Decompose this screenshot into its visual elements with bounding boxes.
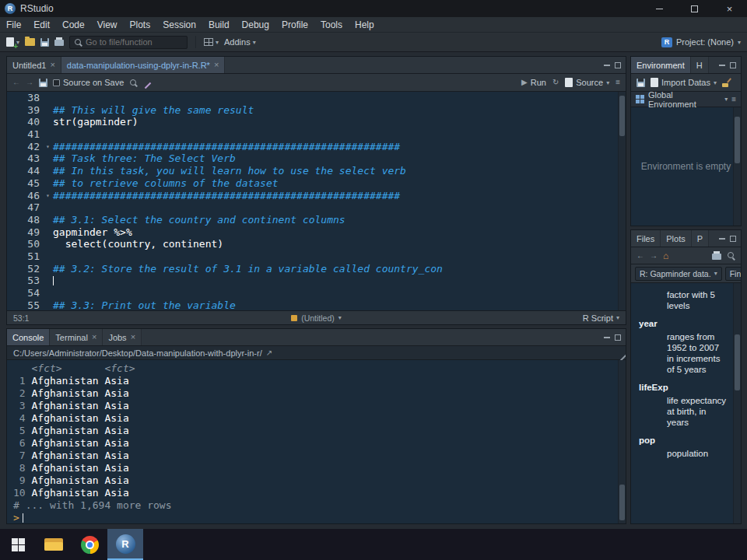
- pane-minimize-icon[interactable]: [719, 65, 725, 66]
- back-icon[interactable]: ←: [12, 79, 20, 86]
- print-icon[interactable]: [712, 254, 721, 260]
- clear-workspace-icon[interactable]: [722, 78, 731, 87]
- pane-minimize-icon[interactable]: [604, 65, 610, 66]
- environment-scope-bar[interactable]: Global Environment ▾ ≡: [631, 92, 741, 107]
- goto-file-box[interactable]: [69, 36, 188, 49]
- rerun-icon[interactable]: ↻: [552, 79, 559, 86]
- code-tools-icon[interactable]: [143, 79, 152, 87]
- save-icon[interactable]: [39, 79, 47, 87]
- back-icon[interactable]: ←: [637, 252, 644, 260]
- code-line[interactable]: 38 ▾: [7, 92, 626, 104]
- tab-close-icon[interactable]: ×: [131, 333, 135, 341]
- run-button[interactable]: ▶ Run: [521, 78, 546, 87]
- help-topic-select[interactable]: R: Gapminder data. ▾: [635, 267, 722, 281]
- addins-button[interactable]: Addins ▾: [224, 37, 256, 47]
- pane-maximize-icon[interactable]: [730, 62, 736, 68]
- filetype-selector[interactable]: R Script ▾: [583, 313, 619, 323]
- code-line[interactable]: 42 ▾ ###################################…: [7, 141, 626, 153]
- search-icon[interactable]: [727, 251, 735, 260]
- save-button[interactable]: [40, 38, 49, 47]
- menu-item[interactable]: Edit: [27, 17, 56, 32]
- forward-icon[interactable]: →: [650, 252, 658, 260]
- console-output[interactable]: <fct> <fct> 1 Afghanistan Asia 2 Afghani…: [7, 360, 626, 523]
- home-icon[interactable]: ⌂: [663, 250, 668, 261]
- code-line[interactable]: 44 ▾ ## In this task, you will learn how…: [7, 165, 626, 177]
- code-editor[interactable]: 38 ▾ 39 ▾ ## This will give the same res…: [7, 92, 626, 310]
- menu-item[interactable]: Build: [202, 17, 236, 32]
- code-line[interactable]: 48 ▾ ## 3.1: Select the country and cont…: [7, 214, 626, 226]
- code-line[interactable]: 51 ▾: [7, 250, 626, 263]
- environment-scrollbar[interactable]: [733, 107, 741, 226]
- code-line[interactable]: 41 ▾: [7, 128, 626, 141]
- fold-icon[interactable]: ▾: [43, 190, 53, 202]
- code-line[interactable]: 55 ▾ ## 3.3: Print out the variable: [7, 299, 626, 310]
- fold-icon[interactable]: ▾: [43, 141, 53, 153]
- files-tab[interactable]: P: [692, 230, 709, 247]
- console-tab[interactable]: Jobs ×: [103, 329, 142, 345]
- close-button[interactable]: ×: [712, 0, 747, 17]
- code-line[interactable]: 47 ▾: [7, 201, 626, 214]
- help-scrollbar[interactable]: [733, 283, 741, 523]
- menu-item[interactable]: Plots: [124, 17, 157, 32]
- code-line[interactable]: 43 ▾ ## Task three: The Select Verb: [7, 152, 626, 165]
- menu-item[interactable]: Code: [56, 17, 91, 32]
- pane-minimize-icon[interactable]: [604, 337, 610, 338]
- scrollbar-thumb[interactable]: [735, 117, 740, 163]
- new-file-button[interactable]: ▾: [6, 37, 19, 47]
- popout-icon[interactable]: ↗: [266, 349, 272, 357]
- scrollbar-thumb[interactable]: [619, 96, 625, 136]
- start-button[interactable]: [0, 529, 36, 560]
- list-view-icon[interactable]: ≡: [731, 96, 736, 103]
- menu-item[interactable]: Session: [156, 17, 202, 32]
- editor-tab[interactable]: data-manipulation-using-dplyr-in-R.R* ×: [61, 57, 225, 73]
- menu-item[interactable]: Debug: [236, 17, 275, 32]
- forward-icon[interactable]: →: [26, 79, 33, 86]
- console-tab[interactable]: Terminal ×: [50, 329, 103, 345]
- console-scrollbar[interactable]: [618, 360, 626, 523]
- menu-item[interactable]: Tools: [314, 17, 349, 32]
- code-line[interactable]: 54 ▾: [7, 287, 626, 299]
- pane-maximize-icon[interactable]: [615, 334, 621, 341]
- open-file-button[interactable]: [25, 38, 35, 46]
- code-line[interactable]: 40 ▾ str(gapminder): [7, 116, 626, 128]
- editor-tab[interactable]: Untitled1 ×: [7, 57, 61, 73]
- goto-file-input[interactable]: [86, 37, 179, 47]
- code-line[interactable]: 52 ▾ ## 3.2: Store the result of 3.1 in …: [7, 263, 626, 275]
- import-dataset-button[interactable]: Import Datas ▾: [651, 78, 717, 87]
- menu-item[interactable]: Help: [349, 17, 381, 32]
- files-tab[interactable]: Files: [631, 230, 661, 247]
- pane-maximize-icon[interactable]: [730, 236, 736, 242]
- panes-layout-button[interactable]: ▾: [204, 38, 219, 46]
- tab-close-icon[interactable]: ×: [92, 333, 96, 341]
- minimize-button[interactable]: [642, 0, 677, 17]
- console-prompt-line[interactable]: >: [13, 512, 626, 523]
- save-workspace-icon[interactable]: [637, 79, 645, 87]
- menu-item[interactable]: Profile: [275, 17, 314, 32]
- tab-close-icon[interactable]: ×: [50, 61, 54, 69]
- scrollbar-thumb[interactable]: [735, 334, 740, 390]
- menu-item[interactable]: File: [0, 17, 27, 32]
- pane-maximize-icon[interactable]: [615, 62, 621, 68]
- find-in-file-icon[interactable]: [129, 79, 138, 87]
- tab-close-icon[interactable]: ×: [214, 61, 219, 69]
- editor-scrollbar[interactable]: [618, 92, 626, 310]
- source-on-save-toggle[interactable]: Source on Save: [53, 78, 124, 87]
- find-in-topic-box[interactable]: Find: [725, 267, 741, 281]
- code-line[interactable]: 46 ▾ ###################################…: [7, 190, 626, 202]
- chrome-button[interactable]: [72, 529, 107, 560]
- code-line[interactable]: 50 ▾ select(country, continent): [7, 238, 626, 250]
- maximize-button[interactable]: [677, 0, 712, 17]
- window-titlebar[interactable]: R RStudio ×: [0, 0, 747, 17]
- code-line[interactable]: 53 ▾: [7, 275, 626, 287]
- files-tab[interactable]: Plots: [661, 230, 691, 247]
- document-outline-icon[interactable]: ≡: [615, 79, 620, 86]
- environment-tab[interactable]: Environment: [631, 57, 691, 73]
- menu-item[interactable]: View: [91, 17, 124, 32]
- code-line[interactable]: 45 ▾ ## to retrieve columns of the datas…: [7, 177, 626, 190]
- file-explorer-button[interactable]: [36, 529, 72, 560]
- pane-minimize-icon[interactable]: [719, 238, 725, 240]
- rstudio-taskbar-button[interactable]: R: [107, 529, 143, 560]
- console-tab[interactable]: Console ×: [7, 329, 50, 345]
- code-line[interactable]: 39 ▾ ## This will give the same result: [7, 104, 626, 117]
- code-line[interactable]: 49 ▾ gapminder %>%: [7, 226, 626, 239]
